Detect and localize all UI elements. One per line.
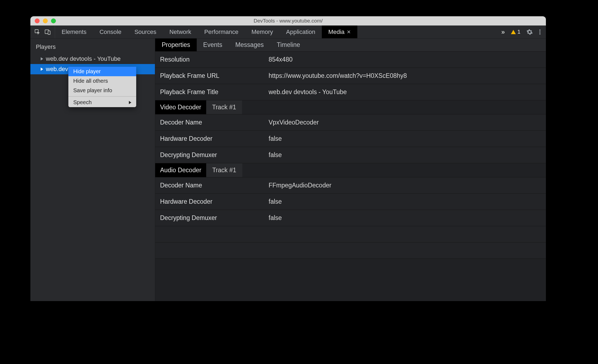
property-value: web.dev devtools - YouTube [269, 88, 347, 96]
tab-sources[interactable]: Sources [128, 25, 163, 38]
window-titlebar: DevTools - www.youtube.com/ [30, 16, 546, 25]
svg-rect-2 [48, 31, 50, 34]
player-list-item[interactable]: web.dev devtools - YouTube [30, 54, 155, 64]
section-name: Video Decoder [155, 100, 206, 114]
property-value: false [269, 135, 282, 142]
svg-point-5 [539, 33, 541, 34]
property-row: Playback Frame URL https://www.youtube.c… [155, 68, 546, 84]
property-value: VpxVideoDecoder [269, 119, 319, 126]
tab-network[interactable]: Network [163, 25, 198, 38]
context-item-label: Save player info [73, 87, 112, 94]
context-item-label: Hide all others [73, 78, 108, 84]
property-label: Decrypting Demuxer [160, 151, 269, 159]
settings-icon[interactable] [526, 29, 533, 35]
play-icon [41, 57, 43, 60]
tab-memory[interactable]: Memory [245, 25, 279, 38]
properties-panel: Properties Events Messages Timeline Reso… [155, 39, 546, 301]
property-row: Resolution 854x480 [155, 52, 546, 68]
subtab-timeline[interactable]: Timeline [270, 39, 307, 51]
property-row: Decoder Name FFmpegAudioDecoder [155, 177, 546, 194]
minimize-window-icon[interactable] [43, 18, 48, 23]
property-row: Decrypting Demuxer false [155, 147, 546, 163]
overflow-tabs-icon[interactable]: » [501, 28, 505, 36]
property-label: Hardware Decoder [160, 198, 269, 205]
property-label: Decrypting Demuxer [160, 214, 269, 222]
play-icon [41, 68, 43, 71]
property-label: Playback Frame URL [160, 72, 269, 79]
main-toolbar: Elements Console Sources Network Perform… [30, 25, 546, 39]
tab-console[interactable]: Console [93, 25, 128, 38]
subtab-bar: Properties Events Messages Timeline [155, 39, 546, 52]
devtools-window: DevTools - www.youtube.com/ Elements Con… [30, 16, 546, 301]
context-item-label: Hide player [73, 68, 101, 75]
subtab-label: Timeline [277, 41, 300, 48]
tab-media[interactable]: Media ✕ [322, 25, 357, 38]
property-row: Hardware Decoder false [155, 194, 546, 210]
tab-label: Console [100, 28, 122, 36]
context-item-label: Speech [73, 99, 92, 106]
empty-row [155, 226, 546, 242]
context-speech[interactable]: Speech [68, 98, 136, 107]
tab-elements[interactable]: Elements [55, 25, 93, 38]
property-label: Resolution [160, 56, 269, 63]
subtab-label: Events [203, 41, 222, 48]
property-label: Decoder Name [160, 182, 269, 189]
tab-label: Network [169, 28, 191, 36]
subtab-messages[interactable]: Messages [229, 39, 270, 51]
context-separator [68, 96, 136, 97]
property-value: 854x480 [269, 56, 292, 63]
tab-performance[interactable]: Performance [198, 25, 245, 38]
window-title: DevTools - www.youtube.com/ [30, 18, 546, 24]
more-menu-icon[interactable] [539, 29, 541, 35]
tab-application[interactable]: Application [279, 25, 322, 38]
svg-point-4 [539, 31, 541, 33]
svg-point-3 [539, 29, 541, 31]
tab-label: Sources [134, 28, 156, 36]
property-row: Hardware Decoder false [155, 131, 546, 147]
players-sidebar: Players web.dev devtools - YouTube web.d… [30, 39, 155, 301]
inspect-element-icon[interactable] [34, 29, 41, 35]
context-menu: Hide player Hide all others Save player … [68, 67, 136, 107]
property-row: Decrypting Demuxer false [155, 210, 546, 226]
device-toolbar-icon[interactable] [44, 29, 51, 35]
section-header-audio: Audio Decoder Track #1 [155, 163, 546, 177]
subtab-events[interactable]: Events [197, 39, 229, 51]
subtab-label: Properties [162, 41, 190, 48]
property-value: false [269, 151, 282, 159]
content-area: Players web.dev devtools - YouTube web.d… [30, 39, 546, 301]
property-row: Playback Frame Title web.dev devtools - … [155, 84, 546, 100]
maximize-window-icon[interactable] [51, 18, 56, 23]
empty-row [155, 242, 546, 259]
player-label: web.dev devtools - YouTube [46, 55, 121, 62]
tab-label: Performance [204, 28, 238, 36]
warnings-count: 1 [517, 29, 520, 35]
property-label: Decoder Name [160, 119, 269, 126]
submenu-arrow-icon [129, 101, 131, 104]
tab-label: Media [328, 28, 345, 36]
context-hide-all-others[interactable]: Hide all others [68, 76, 136, 86]
subtab-properties[interactable]: Properties [155, 39, 197, 51]
close-tab-icon[interactable]: ✕ [347, 29, 351, 35]
subtab-label: Messages [235, 41, 264, 48]
section-header-video: Video Decoder Track #1 [155, 100, 546, 114]
sidebar-header: Players [30, 39, 155, 54]
warnings-indicator[interactable]: 1 [511, 29, 520, 35]
context-hide-player[interactable]: Hide player [68, 67, 136, 76]
tab-label: Memory [252, 28, 273, 36]
warning-icon [511, 30, 516, 34]
close-window-icon[interactable] [35, 18, 40, 23]
section-track: Track #1 [206, 163, 242, 177]
property-value: false [269, 198, 282, 205]
section-track: Track #1 [206, 100, 242, 114]
tab-label: Elements [62, 28, 87, 36]
property-value: false [269, 214, 282, 222]
tab-label: Application [286, 28, 315, 36]
property-value: https://www.youtube.com/watch?v=H0XScE08… [269, 72, 407, 79]
context-save-player-info[interactable]: Save player info [68, 86, 136, 95]
property-row: Decoder Name VpxVideoDecoder [155, 114, 546, 131]
property-label: Hardware Decoder [160, 135, 269, 142]
property-value: FFmpegAudioDecoder [269, 182, 331, 189]
section-name: Audio Decoder [155, 163, 206, 177]
window-controls [30, 18, 56, 23]
property-label: Playback Frame Title [160, 88, 269, 96]
